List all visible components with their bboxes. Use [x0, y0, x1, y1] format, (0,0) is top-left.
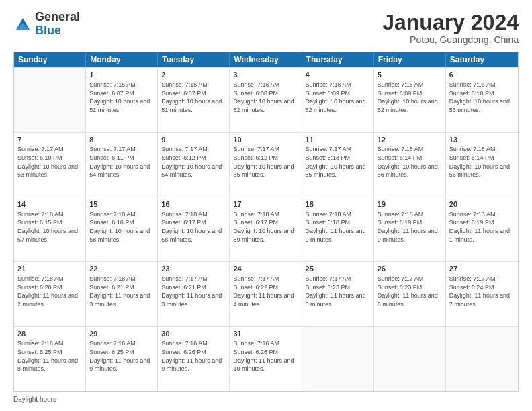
- calendar-cell: 22Sunrise: 7:18 AMSunset: 6:21 PMDayligh…: [86, 262, 158, 326]
- day-number: 18: [306, 199, 370, 210]
- calendar-cell: 11Sunrise: 7:17 AMSunset: 6:13 PMDayligh…: [302, 133, 374, 197]
- calendar-header-tuesday: Tuesday: [158, 52, 230, 67]
- day-info: Sunrise: 7:18 AMSunset: 6:16 PMDaylight:…: [89, 210, 154, 244]
- calendar-cell: [14, 68, 86, 132]
- calendar-cell: 7Sunrise: 7:17 AMSunset: 6:10 PMDaylight…: [14, 133, 86, 197]
- day-number: 28: [17, 329, 82, 339]
- day-number: 2: [161, 70, 226, 80]
- day-info: Sunrise: 7:18 AMSunset: 6:14 PMDaylight:…: [449, 145, 515, 179]
- day-info: Sunrise: 7:15 AMSunset: 6:07 PMDaylight:…: [89, 81, 154, 114]
- calendar-cell: 1Sunrise: 7:15 AMSunset: 6:07 PMDaylight…: [86, 68, 158, 132]
- calendar-cell: 21Sunrise: 7:18 AMSunset: 6:20 PMDayligh…: [14, 262, 86, 326]
- calendar: SundayMondayTuesdayWednesdayThursdayFrid…: [13, 52, 519, 392]
- calendar-cell: 14Sunrise: 7:18 AMSunset: 6:15 PMDayligh…: [14, 197, 86, 261]
- day-number: 17: [233, 199, 298, 210]
- calendar-cell: 31Sunrise: 7:16 AMSunset: 6:26 PMDayligh…: [230, 327, 302, 391]
- day-number: 31: [233, 329, 298, 339]
- calendar-body: 1Sunrise: 7:15 AMSunset: 6:07 PMDaylight…: [14, 67, 518, 391]
- day-number: 13: [449, 135, 515, 145]
- calendar-week-5: 28Sunrise: 7:16 AMSunset: 6:25 PMDayligh…: [14, 326, 518, 391]
- day-info: Sunrise: 7:18 AMSunset: 6:17 PMDaylight:…: [161, 210, 226, 244]
- day-number: 8: [89, 135, 154, 145]
- day-number: 1: [89, 70, 154, 80]
- day-number: 6: [449, 70, 515, 80]
- day-number: 29: [89, 329, 154, 339]
- day-info: Sunrise: 7:18 AMSunset: 6:19 PMDaylight:…: [378, 210, 442, 244]
- calendar-header-sunday: Sunday: [14, 52, 86, 67]
- calendar-cell: 15Sunrise: 7:18 AMSunset: 6:16 PMDayligh…: [86, 197, 158, 261]
- day-info: Sunrise: 7:18 AMSunset: 6:19 PMDaylight:…: [449, 210, 515, 244]
- day-info: Sunrise: 7:18 AMSunset: 6:14 PMDaylight:…: [378, 145, 442, 179]
- day-info: Sunrise: 7:17 AMSunset: 6:13 PMDaylight:…: [306, 145, 370, 179]
- day-info: Sunrise: 7:17 AMSunset: 6:12 PMDaylight:…: [161, 145, 226, 179]
- calendar-cell: 16Sunrise: 7:18 AMSunset: 6:17 PMDayligh…: [158, 197, 230, 261]
- daylight-label: Daylight hours: [13, 396, 56, 403]
- day-number: 30: [161, 329, 226, 339]
- day-number: 26: [378, 264, 442, 274]
- title-block: January 2024 Potou, Guangdong, China: [382, 11, 519, 45]
- calendar-cell: [374, 327, 446, 391]
- calendar-cell: [446, 327, 518, 391]
- day-number: 15: [89, 199, 154, 210]
- calendar-cell: 19Sunrise: 7:18 AMSunset: 6:19 PMDayligh…: [374, 197, 446, 261]
- calendar-header-monday: Monday: [86, 52, 158, 67]
- logo-icon: [13, 15, 32, 34]
- day-number: 14: [17, 199, 82, 210]
- calendar-cell: 24Sunrise: 7:17 AMSunset: 6:22 PMDayligh…: [230, 262, 302, 326]
- day-number: 24: [233, 264, 298, 274]
- logo: General Blue: [13, 11, 80, 38]
- day-info: Sunrise: 7:17 AMSunset: 6:10 PMDaylight:…: [17, 145, 82, 179]
- day-info: Sunrise: 7:17 AMSunset: 6:12 PMDaylight:…: [233, 145, 298, 179]
- location: Potou, Guangdong, China: [382, 34, 519, 45]
- calendar-week-3: 14Sunrise: 7:18 AMSunset: 6:15 PMDayligh…: [14, 197, 518, 261]
- calendar-cell: 18Sunrise: 7:18 AMSunset: 6:18 PMDayligh…: [302, 197, 374, 261]
- day-number: 19: [378, 199, 442, 210]
- day-info: Sunrise: 7:17 AMSunset: 6:24 PMDaylight:…: [449, 275, 515, 308]
- day-info: Sunrise: 7:16 AMSunset: 6:08 PMDaylight:…: [233, 81, 298, 114]
- calendar-header-friday: Friday: [374, 52, 446, 67]
- day-info: Sunrise: 7:16 AMSunset: 6:25 PMDaylight:…: [89, 339, 154, 373]
- calendar-cell: 29Sunrise: 7:16 AMSunset: 6:25 PMDayligh…: [86, 327, 158, 391]
- day-info: Sunrise: 7:16 AMSunset: 6:09 PMDaylight:…: [378, 81, 442, 114]
- day-number: 3: [233, 70, 298, 80]
- day-number: 25: [306, 264, 370, 274]
- calendar-cell: [302, 327, 374, 391]
- day-info: Sunrise: 7:16 AMSunset: 6:25 PMDaylight:…: [17, 339, 82, 373]
- day-number: 7: [17, 135, 82, 145]
- header: General Blue January 2024 Potou, Guangdo…: [13, 11, 519, 45]
- day-info: Sunrise: 7:17 AMSunset: 6:11 PMDaylight:…: [89, 145, 154, 179]
- day-info: Sunrise: 7:18 AMSunset: 6:20 PMDaylight:…: [17, 275, 82, 308]
- day-info: Sunrise: 7:16 AMSunset: 6:09 PMDaylight:…: [306, 81, 370, 114]
- logo-text: General Blue: [35, 11, 80, 38]
- day-number: 9: [161, 135, 226, 145]
- month-title: January 2024: [382, 11, 519, 34]
- calendar-cell: 5Sunrise: 7:16 AMSunset: 6:09 PMDaylight…: [374, 68, 446, 132]
- day-number: 4: [306, 70, 370, 80]
- calendar-header-thursday: Thursday: [302, 52, 374, 67]
- calendar-cell: 6Sunrise: 7:16 AMSunset: 6:10 PMDaylight…: [446, 68, 518, 132]
- day-number: 27: [449, 264, 515, 274]
- calendar-cell: 23Sunrise: 7:17 AMSunset: 6:21 PMDayligh…: [158, 262, 230, 326]
- footer: Daylight hours: [13, 396, 519, 403]
- calendar-cell: 28Sunrise: 7:16 AMSunset: 6:25 PMDayligh…: [14, 327, 86, 391]
- calendar-week-2: 7Sunrise: 7:17 AMSunset: 6:10 PMDaylight…: [14, 132, 518, 197]
- day-info: Sunrise: 7:18 AMSunset: 6:18 PMDaylight:…: [306, 210, 370, 244]
- calendar-cell: 25Sunrise: 7:17 AMSunset: 6:23 PMDayligh…: [302, 262, 374, 326]
- calendar-cell: 4Sunrise: 7:16 AMSunset: 6:09 PMDaylight…: [302, 68, 374, 132]
- day-info: Sunrise: 7:17 AMSunset: 6:21 PMDaylight:…: [161, 275, 226, 308]
- day-number: 5: [378, 70, 442, 80]
- calendar-cell: 27Sunrise: 7:17 AMSunset: 6:24 PMDayligh…: [446, 262, 518, 326]
- day-number: 21: [17, 264, 82, 274]
- calendar-cell: 30Sunrise: 7:16 AMSunset: 6:26 PMDayligh…: [158, 327, 230, 391]
- calendar-cell: 8Sunrise: 7:17 AMSunset: 6:11 PMDaylight…: [86, 133, 158, 197]
- calendar-cell: 26Sunrise: 7:17 AMSunset: 6:23 PMDayligh…: [374, 262, 446, 326]
- calendar-cell: 10Sunrise: 7:17 AMSunset: 6:12 PMDayligh…: [230, 133, 302, 197]
- day-info: Sunrise: 7:16 AMSunset: 6:26 PMDaylight:…: [161, 339, 226, 373]
- day-number: 20: [449, 199, 515, 210]
- day-info: Sunrise: 7:18 AMSunset: 6:17 PMDaylight:…: [233, 210, 298, 244]
- day-info: Sunrise: 7:15 AMSunset: 6:07 PMDaylight:…: [161, 81, 226, 114]
- page: General Blue January 2024 Potou, Guangdo…: [0, 0, 532, 411]
- day-number: 10: [233, 135, 298, 145]
- day-info: Sunrise: 7:17 AMSunset: 6:22 PMDaylight:…: [233, 275, 298, 308]
- calendar-cell: 9Sunrise: 7:17 AMSunset: 6:12 PMDaylight…: [158, 133, 230, 197]
